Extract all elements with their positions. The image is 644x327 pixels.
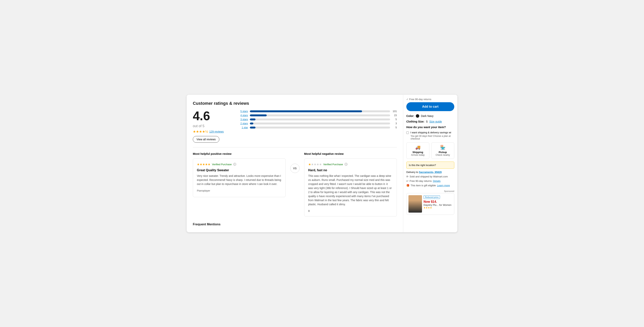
checkmark-icon: ✓ — [406, 98, 408, 101]
bar-row-1: 1 star 5 — [239, 126, 397, 129]
ratings-overview: 4.6 out of 5 ★★★★½ 129 reviews View all … — [193, 110, 397, 143]
bar-bg-1 — [250, 127, 390, 128]
star-label-4[interactable]: 4 stars — [239, 114, 248, 117]
negative-info-icon[interactable]: ⓘ — [344, 163, 348, 166]
size-label: Clothing Size: — [406, 120, 424, 123]
star-label-5[interactable]: 5 stars — [239, 110, 248, 113]
positive-review-title: Great Quality Sweater — [197, 169, 282, 172]
bar-bg-3 — [250, 118, 390, 120]
shipping-savings-checkbox[interactable] — [406, 131, 409, 134]
section-title: Customer ratings & reviews — [193, 101, 397, 106]
negative-review-card: ★★★★★ Verified Purchase ⓘ Hard, fast no … — [304, 158, 397, 216]
gift-label: This item is gift eligible — [410, 184, 436, 187]
sidebar: ✓ Free 90-day returns Add to cart Color:… — [403, 95, 458, 232]
stars-display: ★★★★½ — [193, 129, 208, 134]
sold-by-label: Sold and shipped by Walmart.com — [410, 175, 448, 178]
bar-count-1: 5 — [392, 126, 397, 129]
pickup-icon: 🏪 — [433, 145, 452, 150]
color-value: Dark Navy — [421, 114, 434, 117]
reviews-row: Most helpful positive review ★★★★★ Verif… — [193, 152, 397, 216]
negative-review-title: Hard, fast no — [308, 169, 393, 172]
delivery-title: How do you want your item? — [406, 125, 454, 129]
size-guide-link[interactable]: Size guide — [429, 120, 442, 123]
promo-image — [408, 195, 422, 213]
returns-icon: ↩ — [406, 180, 408, 182]
left-rating: 4.6 out of 5 ★★★★½ 129 reviews View all … — [193, 110, 232, 143]
positive-review-col: Most helpful positive review ★★★★★ Verif… — [193, 152, 286, 197]
star-label-3[interactable]: 3 stars — [239, 118, 248, 121]
gift-icon: 🎁 — [406, 184, 410, 187]
bar-count-3: 5 — [392, 118, 397, 121]
size-option-row: Clothing Size: S Size guide — [406, 120, 454, 123]
star-empty-4: ★ — [319, 163, 322, 166]
promo-stars: ★★★★ — [424, 206, 452, 209]
shipping-sub: Arrives today — [408, 154, 428, 156]
pickup-card[interactable]: 🏪 Pickup Check nearby — [431, 142, 454, 159]
main-content: Customer ratings & reviews 4.6 out of 5 … — [186, 95, 403, 232]
stars-row: ★★★★½ 129 reviews — [193, 129, 232, 134]
bar-bg-2 — [250, 122, 390, 124]
promo-card[interactable]: Reduced price Now $14. Daystry Plu... fo… — [406, 193, 454, 215]
star-filled-1: ★ — [308, 163, 311, 166]
bar-row-3: 3 stars 5 — [239, 118, 397, 121]
pickup-sub: Check nearby — [433, 154, 452, 156]
shipping-savings-sub: You get 30 days free! Choose a plan at c… — [406, 135, 454, 140]
returns-details-link[interactable]: Details — [433, 180, 440, 182]
negative-reviewer-name: B — [308, 210, 393, 212]
shipping-title: Shipping — [408, 151, 428, 154]
star-label-1[interactable]: 1 star — [239, 126, 248, 129]
color-swatch[interactable] — [416, 114, 419, 118]
free-returns-top: ✓ Free 90-day returns — [406, 98, 454, 101]
gift-learn-more-link[interactable]: Learn more — [437, 184, 450, 187]
bar-fill-2 — [250, 122, 253, 124]
location-question: Is this the right location? — [409, 164, 436, 167]
star-bars: 5 stars 101 4 stars 15 3 stars — [239, 110, 397, 143]
negative-section-label: Most helpful negative review — [304, 152, 397, 155]
star-empty-3: ★ — [316, 163, 319, 166]
positive-review-card: ★★★★★ Verified Purchase ⓘ Great Quality … — [193, 158, 286, 197]
shipping-savings-row: I want shipping & delivery savings wi — [406, 131, 454, 134]
bar-row-4: 4 stars 15 — [239, 114, 397, 117]
spinner-icon: ⟳ — [406, 175, 408, 178]
bar-count-2: 3 — [392, 122, 397, 125]
add-to-cart-button[interactable]: Add to cart — [406, 102, 454, 111]
location-banner[interactable]: Is this the right location? — [406, 162, 454, 169]
color-label: Color: — [406, 114, 414, 117]
shipping-icon: 🚚 — [408, 145, 428, 150]
positive-stars-row: ★★★★★ Verified Purchase ⓘ — [197, 163, 282, 166]
bar-bg-5 — [250, 110, 390, 112]
delivery-address-link[interactable]: Sacramento, 95829 — [419, 171, 442, 174]
big-score: 4.6 — [193, 110, 232, 122]
negative-stars-row: ★★★★★ Verified Purchase ⓘ — [308, 163, 393, 166]
view-all-button[interactable]: View all reviews — [193, 136, 219, 143]
positive-section-label: Most helpful positive review — [193, 152, 286, 155]
shipping-savings-label: I want shipping & delivery savings wi — [410, 131, 451, 134]
review-count[interactable]: 129 reviews — [209, 130, 224, 133]
color-option-row: Color: Dark Navy — [406, 114, 454, 118]
star-empty-1: ★ — [311, 163, 314, 166]
promo-price: Now $14. — [424, 200, 452, 204]
gift-info: 🎁 This item is gift eligible Learn more — [406, 184, 454, 187]
bar-row-2: 2 stars 3 — [239, 122, 397, 125]
star-empty-2: ★ — [314, 163, 316, 166]
page-container: Customer ratings & reviews 4.6 out of 5 … — [186, 95, 458, 232]
star-label-2[interactable]: 2 stars — [239, 122, 248, 125]
bar-fill-4 — [250, 114, 267, 116]
size-value: S — [426, 120, 428, 123]
score-label: out of 5 — [193, 124, 232, 128]
positive-info-icon[interactable]: ⓘ — [233, 163, 236, 166]
negative-review-body: This was nothing like what I expected. T… — [308, 174, 393, 206]
delivery-to-label: Delivery to — [406, 171, 418, 174]
shipping-card[interactable]: 🚚 Shipping Arrives today — [406, 142, 429, 159]
frequent-mentions-title: Frequent Mentions — [193, 223, 397, 226]
delivery-info: Delivery to Sacramento, 95829 — [406, 171, 454, 174]
vs-circle: VS — [290, 164, 300, 173]
bar-count-4: 15 — [392, 114, 397, 117]
seller-info: ⟳ Sold and shipped by Walmart.com — [406, 175, 454, 178]
returns-info: ↩ Free 90-day returns Details — [406, 180, 454, 182]
promo-name: Daystry Plu... for Women — [424, 204, 452, 206]
bar-row-5: 5 stars 101 — [239, 110, 397, 113]
bar-fill-3 — [250, 118, 256, 120]
bar-fill-1 — [250, 127, 256, 128]
positive-reviewer-name: Pianoplayer — [197, 189, 282, 192]
